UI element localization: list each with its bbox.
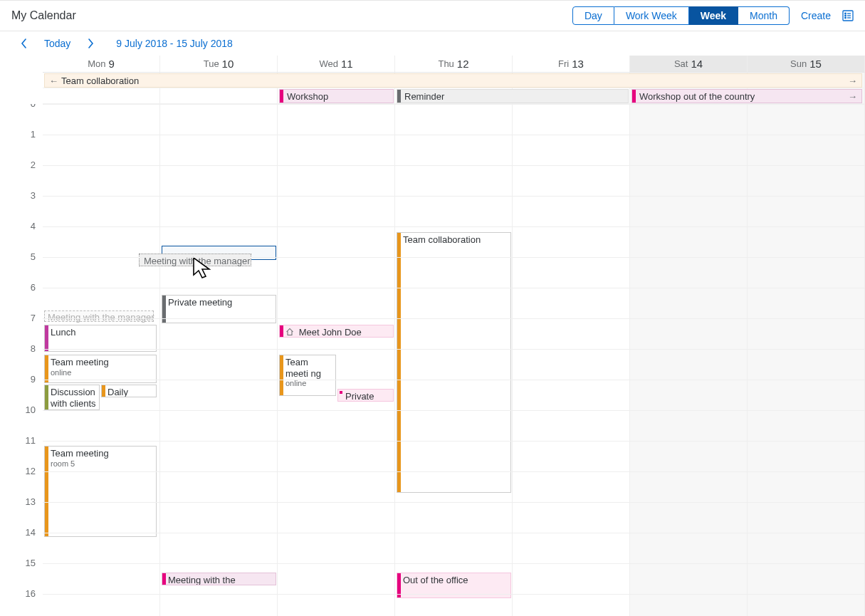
day-header-fri[interactable]: Fri13	[513, 56, 630, 73]
allday-event-workshop[interactable]: Workshop	[279, 89, 394, 103]
header: My Calendar Day Work Week Week Month Cre…	[0, 0, 865, 31]
hour-gridline	[43, 563, 865, 564]
hour-label: 14	[0, 527, 43, 558]
day-header-thu[interactable]: Thu12	[395, 56, 513, 73]
event-private-mee[interactable]: Private mee	[337, 389, 394, 402]
event-title: Workshop out of the country	[639, 91, 755, 102]
svg-point-1	[845, 13, 846, 14]
date-range[interactable]: 9 July 2018 - 15 July 2018	[116, 38, 232, 49]
day-col-mon[interactable]: Meeting with the manager Lunch Team meet…	[43, 104, 160, 616]
page-title: My Calendar	[11, 9, 76, 22]
create-button[interactable]: Create	[801, 10, 831, 21]
day-headers: Mon9 Tue10 Wed11 Thu12 Fri13 Sat14 Sun15	[43, 56, 865, 73]
event-title: Team collaboration	[61, 75, 139, 86]
hour-gridline	[43, 288, 865, 288]
event-title: Workshop	[287, 91, 328, 102]
hour-gridline	[43, 471, 865, 472]
calendar-app: My Calendar Day Work Week Week Month Cre…	[0, 0, 865, 616]
event-private-meeting[interactable]: Private meeting	[162, 295, 276, 323]
allday-section: Team collaboration Workshop Reminder Wor…	[43, 73, 865, 104]
day-col-sat[interactable]	[630, 104, 748, 616]
hour-gridline	[43, 502, 865, 503]
event-discussion[interactable]: Discussion with clients	[44, 385, 100, 410]
hour-label: 9	[0, 374, 43, 404]
day-header-mon[interactable]: Mon9	[43, 56, 160, 73]
event-title: Reminder	[404, 91, 444, 102]
day-col-sun[interactable]	[748, 104, 865, 616]
home-icon	[285, 328, 294, 338]
hour-gridline	[43, 594, 865, 595]
allday-row-1[interactable]: Workshop Reminder Workshop out of the co…	[43, 88, 865, 104]
week-grid: Mon9 Tue10 Wed11 Thu12 Fri13 Sat14 Sun15…	[0, 56, 865, 616]
day-col-wed[interactable]: Meet John Doe Team meeti ngonline Privat…	[278, 104, 395, 616]
date-nav: Today 9 July 2018 - 15 July 2018	[0, 31, 865, 56]
hour-label: 16	[0, 588, 43, 616]
drag-ghost-event[interactable]: Meeting with the manager	[139, 254, 251, 266]
hour-label: 8	[0, 343, 43, 374]
event-team-meeting-1[interactable]: Team meetingonline	[44, 355, 157, 383]
event-meet-john[interactable]: Meet John Doe	[279, 325, 394, 338]
legend-icon[interactable]	[842, 10, 854, 21]
event-ghost-original: Meeting with the manager	[44, 310, 154, 322]
allday-event-workshop-out[interactable]: Workshop out of the country	[631, 89, 862, 103]
allday-row-0[interactable]: Team collaboration	[43, 73, 865, 88]
view-week-button[interactable]: Week	[689, 6, 738, 25]
today-button[interactable]: Today	[44, 38, 70, 49]
time-grid: 0 1 2 3 4 5 6 7 8 9 10 11 12 13 14 15 16	[0, 104, 865, 616]
hour-label: 3	[0, 190, 43, 221]
day-header-wed[interactable]: Wed11	[278, 56, 395, 73]
view-day-button[interactable]: Day	[572, 6, 614, 25]
hour-label: 4	[0, 221, 43, 251]
day-header-sat[interactable]: Sat14	[630, 56, 748, 73]
hour-gridline	[43, 318, 865, 319]
next-week-button[interactable]	[83, 36, 98, 51]
day-col-tue[interactable]: Private meeting Meeting with the manager	[160, 104, 278, 616]
hour-gridline	[43, 226, 865, 227]
hour-gridline	[43, 257, 865, 258]
hour-gridline	[43, 533, 865, 533]
hour-label: 6	[0, 282, 43, 313]
hour-label: 1	[0, 129, 43, 160]
hour-label: 10	[0, 404, 43, 435]
day-col-fri[interactable]	[513, 104, 630, 616]
event-meeting-manager-2[interactable]: Meeting with the manager	[162, 573, 276, 585]
hour-label: 11	[0, 435, 43, 466]
event-team-meeting-wed[interactable]: Team meeti ngonline	[279, 355, 336, 396]
hour-label: 7	[0, 313, 43, 343]
hour-gridline	[43, 196, 865, 197]
event-daily-stand[interactable]: Daily stand	[101, 385, 157, 397]
hour-gridline	[43, 441, 865, 442]
hour-label: 15	[0, 558, 43, 588]
event-lunch[interactable]: Lunch	[44, 325, 157, 352]
hour-gridline	[43, 380, 865, 380]
day-columns: /* drawn below via loop */ Meeting with …	[43, 104, 865, 616]
prev-week-button[interactable]	[17, 36, 31, 51]
day-header-tue[interactable]: Tue10	[160, 56, 278, 73]
event-team-collab-thu[interactable]: Team collaboration	[397, 232, 511, 493]
hour-label: 13	[0, 496, 43, 527]
allday-event-reminder[interactable]: Reminder	[397, 89, 629, 103]
hour-label: 12	[0, 466, 43, 496]
hour-label: 2	[0, 160, 43, 190]
hour-gridline	[43, 165, 865, 166]
view-workweek-button[interactable]: Work Week	[614, 6, 689, 25]
view-month-button[interactable]: Month	[738, 6, 790, 25]
day-header-sun[interactable]: Sun15	[748, 56, 865, 73]
hour-label: 0	[0, 104, 43, 129]
hour-gridline	[43, 135, 865, 135]
svg-point-5	[845, 17, 846, 19]
event-team-meeting-2[interactable]: Team meetingroom 5	[44, 446, 157, 537]
day-col-thu[interactable]: Team collaboration Out of the office	[395, 104, 513, 616]
hour-gridline	[43, 349, 865, 350]
hour-gridline	[43, 410, 865, 411]
hour-label: 5	[0, 251, 43, 282]
view-switcher: Day Work Week Week Month	[572, 6, 790, 25]
hour-gridline	[43, 104, 865, 105]
svg-point-3	[845, 15, 846, 16]
allday-event-team-collab[interactable]: Team collaboration	[44, 73, 862, 88]
time-labels: 0 1 2 3 4 5 6 7 8 9 10 11 12 13 14 15 16	[0, 104, 43, 616]
header-actions: Day Work Week Week Month Create	[572, 6, 854, 25]
